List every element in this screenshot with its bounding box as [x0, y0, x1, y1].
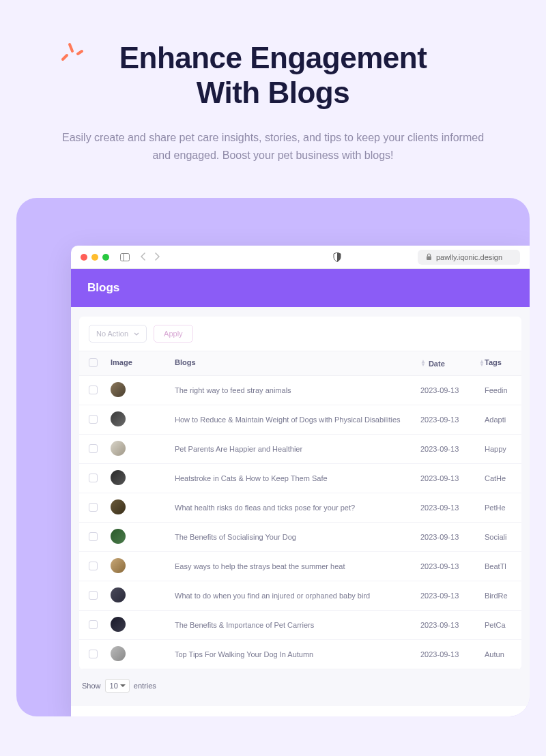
blog-title[interactable]: The Benefits of Socialising Your Dog — [175, 533, 420, 541]
svg-line-2 — [78, 51, 82, 54]
page-title: Blogs — [71, 269, 530, 307]
browser-chrome: pawlly.iqonic.design — [71, 246, 530, 269]
pager-entries-label: entries — [134, 682, 156, 690]
shield-icon[interactable] — [333, 252, 341, 262]
url-text: pawlly.iqonic.design — [436, 253, 502, 261]
browser-window: pawlly.iqonic.design Blogs No Action App… — [71, 246, 530, 716]
select-all-checkbox[interactable] — [89, 358, 98, 367]
blog-title[interactable]: Top Tips For Walking Your Dog In Autumn — [175, 650, 420, 658]
row-checkbox[interactable] — [89, 650, 98, 658]
blog-thumbnail — [111, 470, 126, 485]
table-row[interactable]: How to Reduce & Maintain Weight of Dogs … — [79, 405, 521, 435]
preview-panel: pawlly.iqonic.design Blogs No Action App… — [16, 198, 530, 716]
table-row[interactable]: The right way to feed stray animals2023-… — [79, 376, 521, 405]
row-checkbox[interactable] — [89, 532, 98, 541]
close-window-icon[interactable] — [81, 254, 87, 261]
col-image[interactable]: Image — [111, 358, 175, 368]
forward-icon[interactable] — [154, 251, 160, 263]
maximize-window-icon[interactable] — [102, 254, 109, 261]
row-checkbox[interactable] — [89, 474, 98, 482]
blog-date: 2023-09-13 — [420, 474, 485, 482]
svg-rect-5 — [427, 257, 431, 261]
nav-arrows — [141, 251, 160, 263]
blog-thumbnail — [111, 529, 126, 544]
per-page-select[interactable]: 10 — [105, 679, 130, 693]
blog-thumbnail — [111, 441, 126, 456]
blog-title[interactable]: Heatstroke in Cats & How to Keep Them Sa… — [175, 474, 420, 482]
col-date[interactable]: ▲▼ Date ▲▼ — [420, 358, 485, 368]
row-checkbox[interactable] — [89, 386, 98, 394]
row-checkbox[interactable] — [89, 591, 98, 600]
url-bar[interactable]: pawlly.iqonic.design — [418, 250, 520, 265]
traffic-lights — [81, 254, 109, 261]
blog-date: 2023-09-13 — [420, 533, 485, 541]
row-checkbox[interactable] — [89, 444, 98, 453]
hero-title: Enhance Engagement With Blogs — [55, 41, 491, 110]
blog-tag[interactable]: Autun — [485, 650, 512, 658]
back-icon[interactable] — [141, 251, 146, 263]
blog-date: 2023-09-13 — [420, 592, 485, 600]
table-row[interactable]: What to do when you find an injured or o… — [79, 581, 521, 611]
bulk-action-toolbar: No Action Apply — [79, 317, 521, 351]
row-checkbox[interactable] — [89, 503, 98, 512]
row-checkbox[interactable] — [89, 415, 98, 424]
blog-tag[interactable]: PetCa — [485, 621, 512, 629]
blog-thumbnail — [111, 617, 126, 632]
table-row[interactable]: Top Tips For Walking Your Dog In Autumn2… — [79, 640, 521, 669]
blog-date: 2023-09-13 — [420, 562, 485, 570]
app-body: No Action Apply Image Blogs ▲▼ Date ▲▼ — [71, 307, 530, 706]
blog-tag[interactable]: Feedin — [485, 386, 512, 394]
blog-title[interactable]: What health risks do fleas and ticks pos… — [175, 504, 420, 512]
blog-thumbnail — [111, 558, 126, 573]
sidebar-toggle-icon[interactable] — [120, 253, 130, 261]
pager-show-label: Show — [82, 682, 101, 690]
hero-subtitle: Easily create and share pet care insight… — [55, 129, 491, 164]
row-checkbox[interactable] — [89, 620, 98, 629]
blog-date: 2023-09-13 — [420, 445, 485, 453]
svg-rect-3 — [121, 253, 130, 261]
blog-tag[interactable]: BeatTl — [485, 562, 512, 570]
blog-thumbnail — [111, 382, 126, 397]
blog-tag[interactable]: Adapti — [485, 416, 512, 424]
blog-thumbnail — [111, 499, 126, 514]
blog-title[interactable]: What to do when you find an injured or o… — [175, 592, 420, 600]
col-blogs[interactable]: Blogs — [175, 358, 420, 368]
col-tags[interactable]: Tags — [485, 358, 512, 368]
apply-button[interactable]: Apply — [154, 325, 193, 343]
blog-date: 2023-09-13 — [420, 416, 485, 424]
blog-title[interactable]: How to Reduce & Maintain Weight of Dogs … — [175, 416, 420, 424]
row-checkbox[interactable] — [89, 562, 98, 570]
blog-title[interactable]: Pet Parents Are Happier and Healthier — [175, 445, 420, 453]
table-row[interactable]: What health risks do fleas and ticks pos… — [79, 493, 521, 523]
sort-icon: ▲▼ — [420, 360, 426, 367]
blog-title[interactable]: The Benefits & Importance of Pet Carrier… — [175, 621, 420, 629]
blog-date: 2023-09-13 — [420, 386, 485, 394]
table-row[interactable]: The Benefits of Socialising Your Dog2023… — [79, 523, 521, 552]
table-row[interactable]: Pet Parents Are Happier and Healthier202… — [79, 435, 521, 464]
svg-line-0 — [63, 55, 67, 59]
blog-tag[interactable]: Happy — [485, 445, 512, 453]
bulk-action-select[interactable]: No Action — [89, 325, 147, 343]
blog-tag[interactable]: CatHe — [485, 474, 512, 482]
table-header: Image Blogs ▲▼ Date ▲▼ Tags — [79, 351, 521, 376]
blog-date: 2023-09-13 — [420, 504, 485, 512]
blog-title[interactable]: Easy ways to help the strays beat the su… — [175, 562, 420, 570]
blog-tag[interactable]: PetHe — [485, 504, 512, 512]
table-row[interactable]: Easy ways to help the strays beat the su… — [79, 552, 521, 581]
chevron-down-icon — [134, 332, 139, 336]
spark-decoration-icon — [60, 38, 85, 65]
lock-icon — [426, 253, 432, 261]
blog-tag[interactable]: BirdRe — [485, 592, 512, 600]
blog-thumbnail — [111, 587, 126, 602]
table-row[interactable]: Heatstroke in Cats & How to Keep Them Sa… — [79, 464, 521, 493]
svg-line-1 — [70, 44, 72, 51]
blog-title[interactable]: The right way to feed stray animals — [175, 386, 420, 394]
minimize-window-icon[interactable] — [91, 254, 98, 261]
hero-section: Enhance Engagement With Blogs Easily cre… — [0, 0, 546, 198]
blog-thumbnail — [111, 646, 126, 661]
blog-thumbnail — [111, 411, 126, 426]
blog-date: 2023-09-13 — [420, 621, 485, 629]
table-row[interactable]: The Benefits & Importance of Pet Carrier… — [79, 611, 521, 640]
blog-tag[interactable]: Sociali — [485, 533, 512, 541]
pagination: Show 10 entries — [79, 669, 521, 693]
